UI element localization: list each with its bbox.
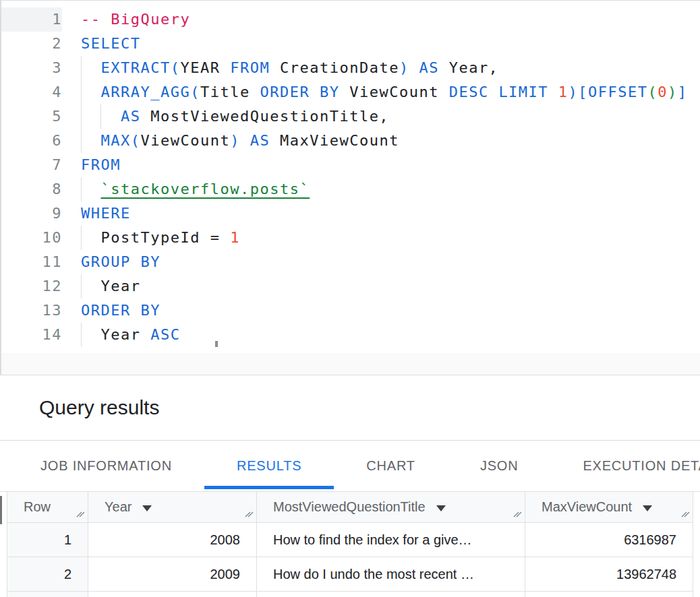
sort-dropdown-icon[interactable] [142,505,152,511]
code-line-text: AS MostViewedQuestionTitle, [81,104,389,129]
code-token: Year [101,326,141,343]
code-token: AS [121,108,141,125]
code-token: EXTRACT [101,59,171,76]
line-number: 9 [1,201,62,226]
code-token: ( [648,84,658,100]
editor-scroll-indicator [215,341,218,347]
tab-chart[interactable]: CHART [334,441,448,491]
code-token: 0 [658,84,668,100]
results-table: RowYearMostViewedQuestionTitleMaxViewCou… [7,492,693,597]
indent-guide-line [81,56,82,80]
code-token: PostTypeId [101,229,200,246]
code-token [81,59,101,76]
code-line[interactable]: 13ORDER BY [1,298,700,323]
line-number: 4 [1,80,62,104]
tab-label: RESULTS [237,458,301,474]
code-token: = [200,229,230,246]
table-cell-partial [88,592,257,597]
code-token [81,278,101,294]
code-token [548,84,558,100]
code-token [489,84,499,100]
code-token [439,59,449,76]
code-token: Year, [449,59,499,76]
code-token: MostViewedQuestionTitle, [150,108,389,125]
code-token: ( [190,84,200,100]
code-line-text: `stackoverflow.posts` [81,177,310,201]
tab-label: EXECUTION DETAILS [583,458,700,474]
code-token [140,326,150,343]
line-number: 7 [1,153,62,177]
code-token [81,229,101,246]
code-line-text: Year ASC [81,323,180,347]
indent-guide-line [81,226,82,250]
code-line[interactable]: 5 AS MostViewedQuestionTitle, [1,104,700,129]
column-header-label: MostViewedQuestionTitle [273,499,426,515]
tab-results[interactable]: RESULTS [204,441,334,491]
code-token [409,59,419,76]
code-token: AS [419,59,439,76]
column-resize-handle-icon[interactable] [511,505,523,521]
table-reference-link[interactable]: `stackoverflow.posts` [101,181,310,197]
indent-guide-line [81,323,82,347]
code-line[interactable]: 14 Year ASC [1,323,700,347]
tab-job-information[interactable]: JOB INFORMATION [8,441,204,491]
code-line[interactable]: 12 Year [1,274,700,298]
sort-dropdown-icon[interactable] [436,505,446,511]
sql-editor-pane[interactable]: 1-- BigQuery2SELECT3 EXTRACT(YEAR FROM C… [0,0,700,375]
column-resize-handle-icon[interactable] [74,505,86,521]
line-number: 11 [1,250,62,274]
column-resize-handle-icon[interactable] [679,505,691,521]
results-table-wrap: RowYearMostViewedQuestionTitleMaxViewCou… [0,492,700,597]
tab-execution-details[interactable]: EXECUTION DETAILS [550,441,700,491]
code-token: MAX [101,132,131,149]
code-token: LIMIT [498,84,548,100]
code-token: ) [230,132,240,149]
code-token: ( [131,132,141,149]
code-line-text: WHERE [81,201,131,226]
code-line[interactable]: 4 ARRAY_AGG(Title ORDER BY ViewCount DES… [1,80,700,104]
code-token: ) [568,84,579,100]
editor-bottom-band [1,353,700,375]
column-header-year: Year [88,492,257,523]
scrollbar-thumb[interactable] [0,496,2,524]
code-line[interactable]: 11GROUP BY [1,250,700,274]
code-token: OFFSET [588,84,647,100]
code-line[interactable]: 10 PostTypeId = 1 [1,226,700,250]
code-line-text: FROM [81,153,121,177]
column-header-maxviewcount: MaxViewCount [525,492,693,523]
code-token: ViewCount [349,84,439,100]
code-line[interactable]: 6 MAX(ViewCount) AS MaxViewCount [1,129,700,153]
code-token: MaxViewCount [280,132,399,149]
code-token: 1 [230,229,240,246]
code-token: CreationDate [280,59,399,76]
code-token: FROM [230,59,270,76]
code-line[interactable]: 8 `stackoverflow.posts` [1,177,700,201]
column-header-label: Row [24,499,51,515]
code-line[interactable]: 3 EXTRACT(YEAR FROM CreationDate) AS Yea… [1,56,700,80]
code-line[interactable]: 2SELECT [1,32,700,56]
code-token [81,132,101,149]
line-number: 8 [1,177,62,201]
tab-json[interactable]: JSON [448,441,551,491]
indent-guide-line [100,104,101,129]
code-line[interactable]: 9WHERE [1,201,700,226]
column-resize-handle-icon[interactable] [243,505,254,521]
code-token: YEAR [180,59,220,76]
code-line[interactable]: 7FROM [1,153,700,177]
code-line-text: MAX(ViewCount) AS MaxViewCount [81,129,399,153]
code-editor[interactable]: 1-- BigQuery2SELECT3 EXTRACT(YEAR FROM C… [1,7,700,347]
line-number: 1 [1,7,62,32]
line-number: 14 [1,323,62,347]
code-token: [ [578,84,588,100]
table-cell: How to find the index for a give… [257,523,525,557]
code-token: ORDER BY [81,302,161,319]
table-cell-partial [525,592,693,597]
code-token: ORDER BY [260,84,339,100]
table-cell: 13962748 [525,557,693,592]
results-tab-bar: JOB INFORMATIONRESULTSCHARTJSONEXECUTION… [0,441,700,492]
row-number-cell: 2 [7,557,88,592]
code-line-text: ARRAY_AGG(Title ORDER BY ViewCount DESC … [81,80,688,104]
code-line[interactable]: 1-- BigQuery [1,7,700,32]
sort-dropdown-icon[interactable] [643,505,652,511]
code-line-text: GROUP BY [81,250,161,274]
